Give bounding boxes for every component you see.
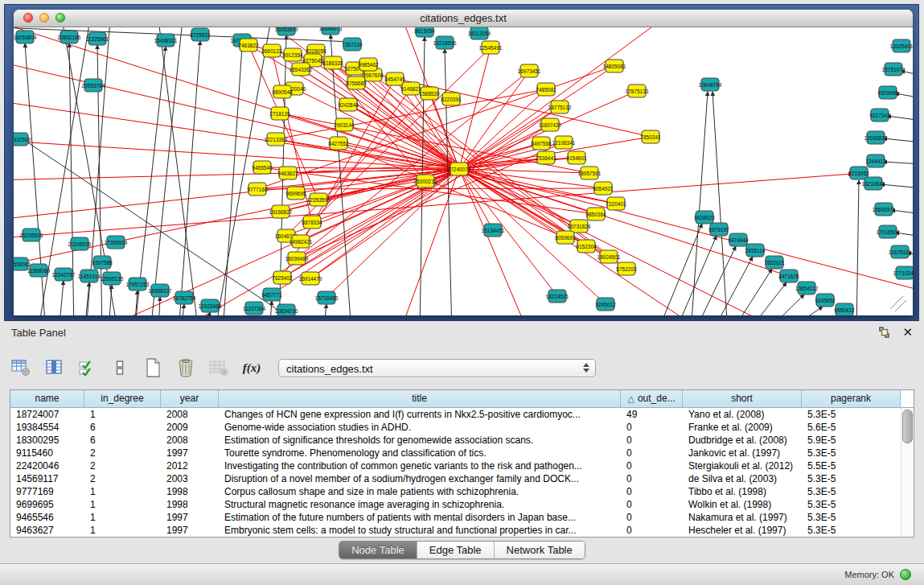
graph-node[interactable]: 10834216 [275, 304, 298, 315]
table-row[interactable]: 946362711997Embryonic stem cells: a mode… [10, 524, 914, 537]
column-header-pagerank[interactable]: pagerank [802, 390, 901, 408]
close-panel-icon[interactable]: ✕ [902, 326, 913, 339]
graph-node[interactable]: 16958107 [149, 284, 172, 297]
graph-node[interactable]: 15134451 [482, 224, 505, 237]
table-row[interactable]: 969969511998Structural magnetic resonanc… [10, 498, 914, 511]
graph-node[interactable]: 8059691 [555, 231, 576, 244]
graph-node[interactable]: 10648784 [699, 78, 722, 91]
table-row[interactable]: 977716911998Corpus callosum shape and si… [10, 485, 914, 498]
graph-node[interactable]: 15716485 [315, 291, 339, 304]
column-header-title[interactable]: title [219, 390, 621, 408]
graph-node[interactable]: 9146821 [400, 82, 421, 95]
tab-network-table[interactable]: Network Table [494, 542, 585, 558]
graph-node[interactable]: 19166827 [269, 205, 293, 218]
graph-node[interactable]: 7485081 [536, 83, 556, 96]
graph-node[interactable]: 12213363 [265, 133, 288, 146]
row-selection-icon[interactable] [76, 357, 98, 378]
graph-node[interactable]: 19218506 [433, 36, 457, 49]
graph-node[interactable]: 18775132 [548, 101, 572, 113]
graph-node[interactable]: 9245652 [815, 294, 836, 307]
graph-node[interactable]: 9950412 [834, 303, 855, 315]
table-row[interactable]: 911546021997Tourette syndrome. Phenomeno… [10, 447, 914, 459]
graph-node[interactable]: 8938923 [694, 211, 715, 224]
delete-columns-icon[interactable] [175, 357, 197, 378]
graph-node[interactable]: 12545491 [479, 41, 503, 54]
graph-node[interactable]: 18224521 [546, 290, 569, 303]
graph-node[interactable]: 2536441 [536, 151, 556, 164]
graph-node[interactable]: 16973451 [518, 64, 541, 77]
graph-node[interactable]: 9329966 [877, 86, 898, 99]
graph-node[interactable]: 9474444 [728, 233, 749, 246]
graph-node[interactable]: 9699695 [285, 187, 306, 200]
table-row[interactable]: 2242004622012Investigating the contribut… [10, 459, 914, 472]
graph-node[interactable]: 9397588 [92, 256, 113, 269]
graph-node[interactable]: 2935114 [745, 244, 766, 257]
column-header-in_degree[interactable]: in_degree [84, 390, 161, 408]
column-header-out_de[interactable]: △out_de... [621, 390, 683, 408]
graph-node[interactable]: 17359924 [105, 236, 128, 249]
float-panel-icon[interactable] [878, 327, 891, 339]
graph-node[interactable]: 7832621 [764, 256, 785, 269]
column-header-year[interactable]: year [161, 390, 219, 408]
graph-node[interactable]: 18924501 [598, 250, 621, 263]
graph-node[interactable]: 8497568 [531, 137, 552, 150]
graph-node[interactable]: 11325861 [86, 32, 109, 45]
graph-node[interactable]: 16543362 [290, 63, 313, 76]
graph-node[interactable]: 17957253 [126, 278, 150, 290]
network-canvas[interactable]: 16053804 20852186 11325861 15498321 8725… [14, 27, 913, 315]
graph-node[interactable]: 8186328 [322, 56, 343, 69]
graph-node[interactable]: 8471676 [778, 270, 799, 282]
graph-node[interactable]: 11675329 [889, 245, 912, 258]
graph-node[interactable]: 12106341 [552, 136, 576, 149]
graph-node[interactable]: 11451914 [78, 270, 101, 282]
graph-node[interactable]: 8427552 [328, 137, 349, 150]
graph-node[interactable]: 20553764 [82, 79, 105, 92]
graph-node[interactable]: 11568069 [27, 264, 51, 277]
table-row[interactable]: 1456911722003Disruption of a novel membe… [10, 472, 914, 485]
graph-node[interactable]: 9890546 [272, 85, 293, 98]
graph-node[interactable]: 7220401 [606, 197, 626, 210]
table-row[interactable]: 1938455462009Genome-wide association stu… [10, 421, 914, 434]
graph-node[interactable]: 14805081 [603, 60, 626, 72]
graph-node[interactable]: 11207364 [243, 302, 266, 315]
graph-node[interactable]: 1588520 [419, 87, 440, 100]
graph-node[interactable]: 8725631 [190, 28, 211, 41]
graph-node[interactable]: 15692971 [873, 203, 896, 216]
graph-node[interactable]: 14982421 [290, 235, 313, 248]
graph-node[interactable]: 16099489 [285, 252, 309, 265]
table-mode-icon[interactable] [10, 357, 32, 378]
graph-node[interactable]: 12093837 [864, 131, 888, 144]
graph-node[interactable]: 11332509 [14, 133, 31, 146]
graph-node[interactable]: 1244413 [865, 154, 886, 167]
graph-node[interactable]: 9465546 [252, 161, 273, 174]
graph-node[interactable]: 20206536 [68, 237, 92, 250]
graph-node[interactable]: 12342757 [52, 268, 76, 281]
graph-node[interactable]: 16053809 [275, 27, 298, 35]
graph-node[interactable]: 25300215 [414, 175, 437, 187]
graph-node[interactable]: 17875133 [626, 84, 649, 97]
tab-node-table[interactable]: Node Table [339, 542, 417, 558]
graph-node[interactable]: 12923468 [199, 299, 222, 312]
graph-node[interactable]: 17240079 [448, 163, 471, 175]
table-source-select[interactable]: citations_edges.txt [278, 359, 596, 377]
graph-node[interactable]: 9463627 [277, 167, 298, 179]
graph-node[interactable]: 9154601 [566, 151, 587, 164]
canvas-resize-grip[interactable] [890, 296, 906, 311]
graph-node[interactable]: 8912354 [282, 48, 303, 61]
network-window-titlebar[interactable]: citations_edges.txt [14, 10, 913, 27]
vertical-scrollbar[interactable] [901, 408, 914, 537]
graph-node[interactable]: 11607420 [539, 118, 562, 131]
graph-node[interactable]: 7357224 [342, 38, 363, 51]
graph-node[interactable]: 7463822 [238, 39, 259, 51]
graph-node[interactable]: 9152304 [576, 240, 597, 253]
graph-node[interactable]: 7625402 [272, 271, 293, 284]
graph-node[interactable]: 16210643 [862, 177, 885, 190]
graph-node[interactable]: 18957561 [578, 167, 602, 179]
graph-node[interactable]: 12505135 [101, 272, 124, 285]
graph-node[interactable]: 12353593 [307, 193, 331, 206]
row-height-icon[interactable] [109, 357, 131, 378]
graph-node[interactable]: 10654112 [795, 282, 819, 295]
graph-node[interactable]: 16053804 [14, 31, 37, 43]
graph-node[interactable]: 18113054 [468, 27, 491, 39]
tab-edge-table[interactable]: Edge Table [417, 542, 494, 558]
